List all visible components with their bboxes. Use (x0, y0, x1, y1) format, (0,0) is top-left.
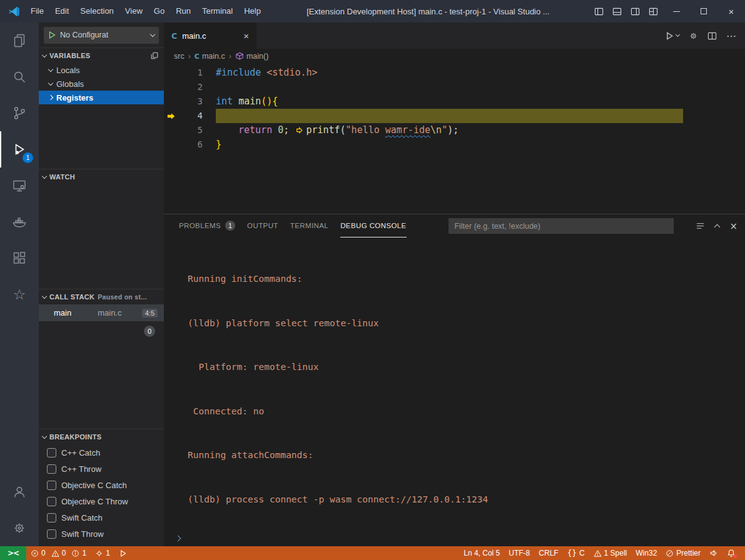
debug-config-select[interactable]: No Configurat (44, 27, 159, 44)
checkbox[interactable] (47, 513, 56, 522)
start-debug-icon[interactable] (48, 31, 56, 39)
breakpoint-cpp-catch[interactable]: C++ Catch (39, 444, 164, 461)
variables-item-registers[interactable]: Registers (39, 91, 164, 104)
code-text[interactable]: int main(){ (216, 94, 278, 109)
tab-problems[interactable]: PROBLEMS 1 (179, 214, 235, 238)
menu-help[interactable]: Help (238, 0, 266, 22)
tools-status[interactable]: 1 (91, 546, 114, 560)
call-stack-header[interactable]: CALL STACK Paused on st... (39, 289, 164, 304)
checkbox[interactable] (47, 497, 56, 506)
gutter-line-3[interactable]: 3 (164, 94, 216, 109)
language-mode[interactable]: {} C (563, 546, 589, 560)
activity-search[interactable] (0, 59, 39, 95)
breadcrumb-folder[interactable]: src (174, 52, 185, 61)
tab-output[interactable]: OUTPUT (247, 214, 278, 238)
activity-explorer[interactable] (0, 22, 39, 59)
checkbox[interactable] (47, 481, 56, 490)
maximize-button[interactable] (690, 0, 717, 22)
maximize-panel-icon[interactable] (714, 224, 721, 230)
activity-source-control[interactable] (0, 95, 39, 131)
menu-file[interactable]: File (25, 0, 49, 22)
menu-edit[interactable]: Edit (49, 0, 74, 22)
tab-close-icon[interactable]: × (243, 31, 249, 41)
info-icon (71, 549, 79, 558)
activity-account[interactable] (0, 474, 39, 510)
checkbox[interactable] (47, 464, 56, 474)
gear-icon[interactable] (689, 31, 698, 41)
code-text-highlighted[interactable]: printf("hello wamr-ide\n"); (216, 109, 683, 123)
problems-status[interactable]: 0 0 1 (26, 546, 91, 560)
account-icon (12, 484, 27, 499)
menu-terminal[interactable]: Terminal (196, 0, 238, 22)
activity-remote-explorer[interactable] (0, 168, 39, 204)
variables-header[interactable]: VARIABLES (39, 48, 164, 63)
minimize-button[interactable] (662, 0, 690, 22)
breadcrumb-symbol[interactable]: main() (235, 52, 268, 61)
platform-status[interactable]: Win32 (631, 546, 661, 560)
code-line: 2 (164, 80, 745, 94)
checkbox[interactable] (47, 448, 56, 458)
variables-item-locals[interactable]: Locals (39, 63, 164, 77)
variables-item-globals[interactable]: Globals (39, 77, 164, 91)
form[interactable]: Prettier (661, 546, 705, 560)
menu-view[interactable]: View (119, 0, 148, 22)
close-panel-icon[interactable]: × (729, 221, 737, 232)
menu-run[interactable]: Run (170, 0, 196, 22)
spell-checker-status[interactable]: 1 Spell (589, 546, 632, 560)
breakpoints-header[interactable]: BREAKPOINTS (39, 429, 164, 444)
watch-header[interactable]: WATCH (39, 169, 164, 184)
console-filter-input[interactable] (449, 218, 674, 234)
code-editor[interactable]: 1 #include <stdio.h> 2 3 int main(){ (164, 64, 745, 214)
activity-run-debug[interactable]: 1 (0, 131, 39, 168)
console-input[interactable] (164, 536, 745, 546)
breadcrumb-file[interactable]: C main.c (195, 52, 225, 61)
breakpoint-objc-throw[interactable]: Objective C Throw (39, 493, 164, 509)
code-text[interactable]: } (216, 138, 221, 152)
menu-selection[interactable]: Selection (74, 0, 119, 22)
encoding-selector[interactable]: UTF-8 (504, 546, 534, 560)
activity-favorites[interactable]: ☆ (0, 276, 39, 312)
debug-status[interactable] (114, 546, 131, 560)
gutter-line-1[interactable]: 1 (164, 66, 216, 80)
breakpoint-swift-catch[interactable]: Swift Catch (39, 509, 164, 526)
announcement-status[interactable] (705, 546, 722, 560)
gutter-line-6[interactable]: 6 (164, 138, 216, 152)
split-editor-icon[interactable] (707, 31, 717, 41)
remote-indicator[interactable]: >< (0, 546, 26, 560)
code-text[interactable]: return 0; (216, 123, 289, 138)
panel-actions: × (686, 221, 737, 232)
gutter-line-5[interactable]: 5 (164, 123, 216, 138)
tab-terminal[interactable]: TERMINAL (290, 214, 328, 238)
more-actions-icon[interactable]: ⋯ (726, 30, 736, 42)
tab-main-c[interactable]: C main.c × (164, 22, 256, 49)
status-bar: >< 0 0 1 1 Ln 4, Col 5 UTF-8 CRLF {} C (0, 546, 745, 560)
tab-debug-console[interactable]: DEBUG CONSOLE (340, 214, 407, 238)
code-line: 1 #include <stdio.h> (164, 66, 745, 80)
activity-extensions[interactable] (0, 240, 39, 276)
info-count: 1 (82, 549, 86, 558)
activity-settings[interactable] (0, 510, 39, 546)
toggle-panel-icon[interactable] (608, 0, 626, 22)
cursor-position[interactable]: Ln 4, Col 5 (459, 546, 504, 560)
toggle-sidebar-icon[interactable] (590, 0, 608, 22)
breakpoint-cpp-throw[interactable]: C++ Throw (39, 461, 164, 477)
eol-selector[interactable]: CRLF (534, 546, 562, 560)
checkbox[interactable] (47, 529, 56, 539)
stack-frame-row[interactable]: main main.c 4:5 (39, 304, 164, 321)
run-file-button[interactable] (665, 31, 679, 41)
breakpoint-swift-throw[interactable]: Swift Throw (39, 526, 164, 542)
formatter-label: Prettier (676, 549, 701, 558)
inline-breakpoint-icon[interactable] (296, 126, 304, 134)
activity-docker[interactable] (0, 204, 39, 240)
output-actions-icon[interactable] (696, 221, 705, 231)
breakpoint-objc-catch[interactable]: Objective C Catch (39, 477, 164, 493)
customize-layout-icon[interactable] (644, 0, 662, 22)
gutter-line-2[interactable]: 2 (164, 80, 216, 94)
notifications[interactable] (722, 546, 740, 560)
gutter-line-4[interactable]: 4 (164, 109, 216, 123)
close-button[interactable]: × (717, 0, 745, 22)
code-text[interactable]: #include <stdio.h> (216, 66, 318, 80)
toggle-secondary-sidebar-icon[interactable] (626, 0, 644, 22)
copy-icon[interactable] (150, 51, 159, 60)
menu-go[interactable]: Go (148, 0, 170, 22)
